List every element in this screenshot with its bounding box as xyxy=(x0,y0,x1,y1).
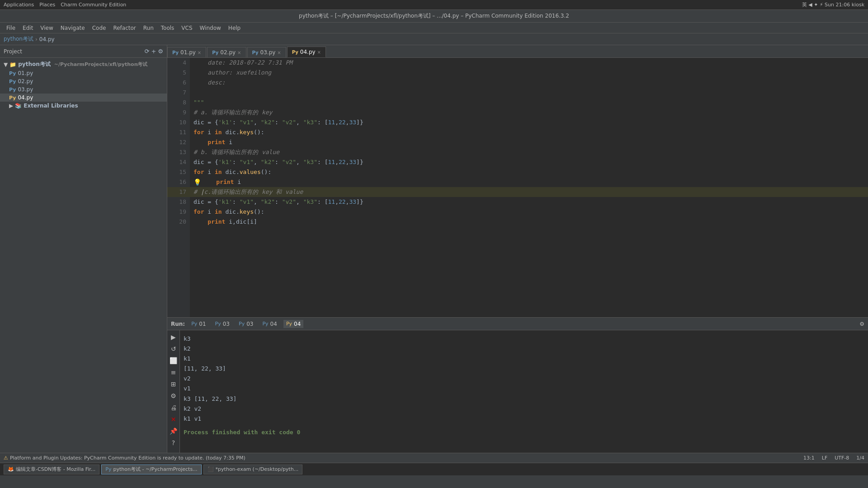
run-play-icon[interactable]: ▶ xyxy=(169,332,179,342)
tab-label: 02.py xyxy=(220,49,236,56)
py-icon: Py xyxy=(191,321,197,327)
run-print-icon[interactable]: 🖨 xyxy=(169,403,179,413)
tree-root[interactable]: ▼ 📁 python考试 ~/PycharmProjects/xfl/pytho… xyxy=(0,60,167,69)
sidebar-header: Project ⟳ + ⚙ xyxy=(0,45,167,58)
close-icon[interactable]: × xyxy=(198,50,201,55)
line-num-17: 17 xyxy=(167,187,190,197)
menu-bar[interactable]: File Edit View Navigate Code Refactor Ru… xyxy=(0,23,868,33)
charm-menu[interactable]: Charm Community Edition xyxy=(61,2,126,8)
taskbar-pycharm[interactable]: Py python考试 - ~/PycharmProjects... xyxy=(101,465,201,474)
code-editor[interactable]: 4 5 6 7 8 9 10 11 12 13 14 15 16 17 18 1… xyxy=(167,58,868,317)
code-line-9: # a. 请循环输出所有的 key xyxy=(190,108,868,117)
py-icon: Py xyxy=(9,70,16,76)
plus-icon[interactable]: + xyxy=(151,48,156,55)
menu-run[interactable]: Run xyxy=(140,24,157,32)
code-line-16: 💡 print i xyxy=(190,177,868,187)
taskbar-firefox[interactable]: 🦊 编辑文章-CSDN博客 - Mozilla Fir... xyxy=(4,465,99,474)
line-num-15: 15 xyxy=(167,167,190,177)
expand-icon: ▶ xyxy=(9,103,13,109)
settings-icon[interactable]: ⚙ xyxy=(158,48,163,55)
sidebar-item-04py[interactable]: Py 04.py xyxy=(0,94,167,102)
sidebar-item-01py[interactable]: Py 01.py xyxy=(0,69,167,77)
run-tab-04a[interactable]: Py 04 xyxy=(259,320,279,328)
line-num-12: 12 xyxy=(167,137,190,147)
line-num-6: 6 xyxy=(167,78,190,88)
status-warning-icon: ⚠ xyxy=(4,455,8,461)
py-icon: Py xyxy=(262,321,268,327)
status-warning-text: Platform and Plugin Updates: PyCharm Com… xyxy=(10,455,245,461)
editor-area: Py 01.py × Py 02.py × Py 03.py × Py 04.p… xyxy=(167,45,868,317)
run-pin-icon[interactable]: 📌 xyxy=(169,426,179,436)
line-num-19: 19 xyxy=(167,207,190,217)
output-v2: v2 xyxy=(184,374,864,384)
menu-edit[interactable]: Edit xyxy=(19,24,37,32)
close-icon[interactable]: × xyxy=(277,50,281,55)
run-tab-03b[interactable]: Py 03 xyxy=(236,320,256,328)
sidebar-item-03py[interactable]: Py 03.py xyxy=(0,85,167,94)
places-menu[interactable]: Places xyxy=(39,2,55,8)
file-label: 04.py xyxy=(18,94,33,101)
top-bar: Applications Places Charm Community Edit… xyxy=(0,0,868,10)
encoding: UTF-8 xyxy=(835,455,849,461)
tab-04py[interactable]: Py 04.py × xyxy=(287,47,326,57)
main-area: Project ⟳ + ⚙ ▼ 📁 python考试 ~/PycharmProj… xyxy=(0,45,868,453)
code-content[interactable]: date: 2018-07-22 7:31 PM author: xuefeil… xyxy=(190,58,868,317)
run-tab-01[interactable]: Py 01 xyxy=(189,320,208,328)
run-settings2-icon[interactable]: ⚙ xyxy=(169,391,179,401)
menu-help[interactable]: Help xyxy=(225,24,244,32)
output-process-done: Process finished with exit code 0 xyxy=(184,427,864,437)
line-ending: LF xyxy=(822,455,827,461)
run-tab-04b[interactable]: Py 04 xyxy=(283,320,303,328)
close-icon[interactable]: × xyxy=(317,50,321,55)
menu-view[interactable]: View xyxy=(37,24,57,32)
breadcrumb: python考试 › 04.py xyxy=(0,33,868,45)
tab-label: 01.py xyxy=(180,49,196,56)
tab-01py[interactable]: Py 01.py × xyxy=(167,47,206,57)
line-numbers: 4 5 6 7 8 9 10 11 12 13 14 15 16 17 18 1… xyxy=(167,58,190,317)
menu-code[interactable]: Code xyxy=(89,24,110,32)
code-line-18: dic = {'k1': "v1", "k2": "v2", "k3": [11… xyxy=(190,197,868,207)
close-icon[interactable]: × xyxy=(237,50,241,55)
run-close-icon[interactable]: ✕ xyxy=(169,414,179,424)
applications-menu[interactable]: Applications xyxy=(4,2,34,8)
run-settings-icon[interactable]: ⚙ xyxy=(859,321,864,327)
run-tab-label: 01 xyxy=(199,321,206,327)
file-label: 02.py xyxy=(18,78,33,84)
menu-file[interactable]: File xyxy=(3,24,19,32)
code-line-12: print i xyxy=(190,137,868,147)
run-stop-icon[interactable]: ⬜ xyxy=(169,356,179,366)
run-info-icon[interactable]: ? xyxy=(169,438,179,448)
tab-label: 04.py xyxy=(300,49,316,55)
menu-navigate[interactable]: Navigate xyxy=(57,24,89,32)
line-num-18: 18 xyxy=(167,197,190,207)
py-icon: Py xyxy=(9,95,16,101)
sidebar-item-02py[interactable]: Py 02.py xyxy=(0,77,167,85)
taskbar-terminal[interactable]: ⬛ *python-exam (~/Desktop/pyth... xyxy=(203,465,303,474)
breadcrumb-project[interactable]: python考试 xyxy=(4,35,33,43)
run-content: ▶ ↺ ⬜ ≡ ⊞ ⚙ 🖨 ✕ 📌 ? k3 k2 k1 [11, 22, 33… xyxy=(167,330,868,453)
taskbar-label: *python-exam (~/Desktop/pyth... xyxy=(216,466,299,472)
pycharm-icon: Py xyxy=(105,466,111,472)
run-tab-03a[interactable]: Py 03 xyxy=(212,320,232,328)
menu-vcs[interactable]: VCS xyxy=(178,24,196,32)
page-count: 1/4 xyxy=(856,455,864,461)
folder-icon: 📁 xyxy=(9,61,16,68)
tab-02py[interactable]: Py 02.py × xyxy=(207,47,246,57)
code-line-4: date: 2018-07-22 7:31 PM xyxy=(190,58,868,68)
app-menu[interactable]: Applications Places Charm Community Edit… xyxy=(4,2,126,8)
menu-window[interactable]: Window xyxy=(196,24,225,32)
tree-external[interactable]: ▶ 📚 External Libraries xyxy=(0,102,167,110)
breadcrumb-file[interactable]: 04.py xyxy=(39,36,55,42)
run-scroll-icon[interactable]: ≡ xyxy=(169,367,179,377)
menu-tools[interactable]: Tools xyxy=(157,24,178,32)
run-rerun-icon[interactable]: ↺ xyxy=(169,344,179,354)
code-line-5: author: xuefeilong xyxy=(190,68,868,78)
run-tabs-bar: Run: Py 01 Py 03 Py 03 Py 04 xyxy=(167,318,868,330)
tab-03py[interactable]: Py 03.py × xyxy=(247,47,286,57)
menu-refactor[interactable]: Refactor xyxy=(109,24,139,32)
firefox-icon: 🦊 xyxy=(8,466,14,472)
run-filter-icon[interactable]: ⊞ xyxy=(169,379,179,389)
sync-icon[interactable]: ⟳ xyxy=(145,48,150,55)
run-tab-label: 04 xyxy=(294,321,301,327)
status-bar: ⚠ Platform and Plugin Updates: PyCharm C… xyxy=(0,453,868,463)
